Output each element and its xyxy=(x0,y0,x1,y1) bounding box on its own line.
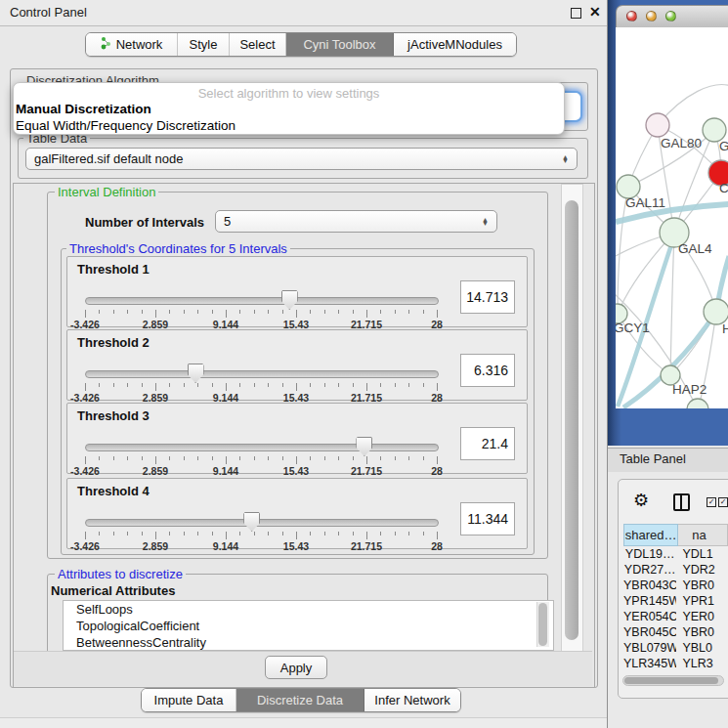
tick-mark xyxy=(353,456,354,460)
vertical-scrollbar-thumb[interactable] xyxy=(565,200,578,640)
threshold-slider[interactable]: -3.4262.8599.14415.4321.71528 xyxy=(85,363,437,400)
control-panel-tab-bar: NetworkStyleSelectCyni ToolboxjActiveMNo… xyxy=(85,32,517,57)
network-window-titlebar[interactable] xyxy=(616,5,728,29)
tick-label: -3.426 xyxy=(70,540,100,552)
tab-cyni-toolbox[interactable]: Cyni Toolbox xyxy=(286,33,394,56)
tick-mark xyxy=(324,456,325,460)
slider-track[interactable] xyxy=(85,444,439,451)
slider-track[interactable] xyxy=(85,370,439,378)
tick-mark xyxy=(254,310,255,314)
tick-mark xyxy=(338,383,339,387)
threshold-slider[interactable]: -3.4262.8599.14415.4321.71528 xyxy=(85,436,437,473)
tick-mark xyxy=(423,310,424,314)
column-header-name[interactable]: na xyxy=(678,524,728,546)
slider-track[interactable] xyxy=(85,519,439,527)
table-row[interactable]: YBL079WYBL0 xyxy=(623,640,728,656)
horizontal-scrollbar-thumb[interactable] xyxy=(624,677,718,684)
attributes-scrollbar-thumb[interactable] xyxy=(538,603,547,646)
tab-discretize-data[interactable]: Discretize Data xyxy=(236,689,364,711)
slider-thumb[interactable] xyxy=(281,290,298,310)
tick-mark xyxy=(310,456,311,460)
tick-mark xyxy=(239,456,240,460)
select-checkboxes-icon[interactable]: ✓✓ xyxy=(707,497,728,507)
cell-name: YER0 xyxy=(676,609,728,624)
threshold-slider[interactable]: -3.4262.8599.14415.4321.71528 xyxy=(85,511,437,548)
tick-mark xyxy=(142,532,143,535)
tick-mark xyxy=(127,532,128,535)
list-item-selfloops[interactable]: SelfLoops xyxy=(64,601,553,618)
tick-mark xyxy=(395,310,396,314)
threshold-label: Threshold 1 xyxy=(77,262,150,277)
tab-impute-data[interactable]: Impute Data xyxy=(142,689,236,711)
table-row[interactable]: YDR27…YDR2 xyxy=(623,562,728,578)
slider-tick-labels: -3.4262.8599.14415.4321.71528 xyxy=(85,392,437,403)
tick-mark xyxy=(155,532,156,539)
horizontal-scrollbar-track[interactable] xyxy=(622,675,724,686)
table-row[interactable]: YIL052CYIL0 xyxy=(623,671,728,674)
tick-mark xyxy=(155,310,156,318)
table-row[interactable]: YDL19…YDL1 xyxy=(623,546,728,562)
algorithm-option-equal-width-frequency-discretization[interactable]: Equal Width/Frequency Discretization xyxy=(14,117,564,134)
network-edge[interactable] xyxy=(670,233,674,375)
tick-mark xyxy=(423,383,424,387)
threshold-value-field[interactable]: 11.344 xyxy=(460,502,515,535)
settings-gear-icon[interactable]: ⚙ xyxy=(633,490,649,511)
table-row[interactable]: YER054CYER0 xyxy=(623,609,728,624)
minimize-traffic-light-icon[interactable] xyxy=(646,11,657,21)
column-header-shared-name[interactable]: shared… xyxy=(623,524,678,546)
apply-button[interactable]: Apply xyxy=(265,656,327,679)
table-row[interactable]: YLR345WYLR3 xyxy=(623,656,728,671)
algorithm-placeholder-option[interactable]: Select algorithm to view settings xyxy=(14,86,564,101)
threshold-value-field[interactable]: 6.316 xyxy=(460,354,515,387)
table-row[interactable]: YBR045CYBR0 xyxy=(623,624,728,640)
node-label-h: H xyxy=(722,321,728,336)
close-traffic-light-icon[interactable] xyxy=(626,11,637,21)
tick-mark xyxy=(254,383,255,387)
slider-thumb[interactable] xyxy=(356,437,372,456)
slider-thumb[interactable] xyxy=(243,512,260,532)
zoom-traffic-light-icon[interactable] xyxy=(665,11,676,21)
network-node[interactable] xyxy=(687,399,708,408)
control-panel-title: Control Panel xyxy=(10,5,87,20)
tick-label: 9.144 xyxy=(213,540,238,552)
close-icon[interactable]: ✕ xyxy=(589,4,601,20)
threshold-value-field[interactable]: 21.4 xyxy=(460,427,515,460)
tab-label: Network xyxy=(116,37,163,52)
tick-mark xyxy=(169,383,170,387)
tick-mark xyxy=(310,532,311,535)
table-data-combobox[interactable]: galFiltered.sif default node ▲▼ xyxy=(25,148,578,170)
tab-select[interactable]: Select xyxy=(230,33,286,56)
tick-mark xyxy=(380,532,381,535)
tab-infer-network[interactable]: Infer Network xyxy=(364,689,460,711)
list-item-betweennesscentrality[interactable]: BetweennessCentrality xyxy=(64,634,553,651)
table-row[interactable]: YBR043CYBR0 xyxy=(623,578,728,593)
cell-name: YDL1 xyxy=(676,546,728,562)
tick-mark xyxy=(113,532,114,535)
threshold-value-field[interactable]: 14.713 xyxy=(460,280,515,314)
network-graph[interactable]: GAL80GACGAL11GAL4GCY1HHAP2 xyxy=(616,27,728,408)
table-body: YDL19…YDL1YDR27…YDR2YBR043CYBR0YPR145WYP… xyxy=(623,546,728,674)
tab-style[interactable]: Style xyxy=(178,33,230,56)
threshold-slider[interactable]: -3.4262.8599.14415.4321.71528 xyxy=(85,289,437,326)
table-row[interactable]: YPR145WYPR1 xyxy=(623,593,728,609)
tab-jactivemnodules[interactable]: jActiveMNodules xyxy=(394,33,516,56)
list-item-topologicalcoefficient[interactable]: TopologicalCoefficient xyxy=(64,618,553,634)
node-label-hap2: HAP2 xyxy=(672,382,707,397)
tick-mark xyxy=(282,456,283,460)
tick-mark xyxy=(239,532,240,535)
tab-network[interactable]: Network xyxy=(86,33,178,56)
slider-track[interactable] xyxy=(85,297,439,305)
algorithm-option-manual-discretization[interactable]: Manual Discretization xyxy=(14,101,564,117)
float-window-icon[interactable] xyxy=(571,8,581,19)
number-of-intervals-combobox[interactable]: 5 ▲▼ xyxy=(215,210,497,233)
tick-mark xyxy=(155,456,156,464)
tick-mark xyxy=(184,532,185,535)
tick-mark xyxy=(197,310,198,314)
slider-tick-labels: -3.4262.8599.14415.4321.71528 xyxy=(85,319,437,329)
network-node-gal80[interactable] xyxy=(646,113,669,137)
tick-mark xyxy=(113,383,114,387)
column-selector-icon[interactable] xyxy=(673,493,690,511)
slider-thumb[interactable] xyxy=(188,364,204,383)
tick-mark xyxy=(184,383,185,387)
interval-definition-title: Interval Definition xyxy=(55,185,158,199)
